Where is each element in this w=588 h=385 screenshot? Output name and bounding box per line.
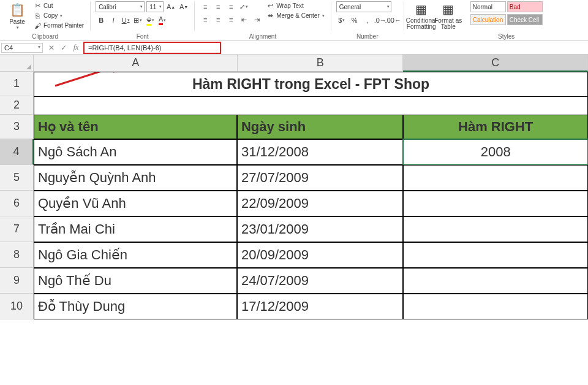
style-normal[interactable]: Normal <box>470 1 506 12</box>
increase-font-button[interactable]: A▲ <box>165 1 176 12</box>
copy-button[interactable]: ⎘Copy▾ <box>32 11 85 20</box>
align-right-button[interactable]: ≡ <box>225 14 236 25</box>
font-name-combo[interactable]: Calibri <box>96 1 145 12</box>
style-bad[interactable]: Bad <box>507 1 543 12</box>
row-header[interactable]: 6 <box>0 191 34 216</box>
cell-name[interactable]: Ngô Gia Chiến <box>34 242 237 268</box>
worksheet: A B C 1 Hàm RIGHT trong Excel - FPT Shop… <box>0 55 588 319</box>
cell-name[interactable]: Ngô Sách An <box>34 139 237 165</box>
group-label: Clipboard <box>0 33 90 40</box>
header-cell-right[interactable]: Hàm RIGHT <box>403 115 588 139</box>
row-header[interactable]: 10 <box>0 294 34 319</box>
row-header[interactable]: 2 <box>0 96 34 115</box>
cell-dob[interactable]: 22/09/2009 <box>237 191 403 216</box>
decrease-decimal-button[interactable]: .00← <box>388 15 399 26</box>
cell-dob[interactable]: 24/07/2009 <box>237 268 403 294</box>
header-cell-dob[interactable]: Ngày sinh <box>237 115 403 139</box>
align-top-button[interactable]: ≡ <box>200 1 211 12</box>
accounting-format-button[interactable]: $▾ <box>336 15 347 26</box>
cut-button[interactable]: ✂Cut <box>32 1 85 10</box>
merge-center-button[interactable]: ⬌Merge & Center▾ <box>265 11 326 20</box>
font-color-button[interactable]: A▾ <box>157 15 168 26</box>
decrease-indent-button[interactable]: ⇤ <box>238 14 249 25</box>
cell-right[interactable] <box>403 216 588 242</box>
align-center-button[interactable]: ≡ <box>213 14 224 25</box>
ribbon-group-clipboard: 📋 Paste ▾ ✂Cut ⎘Copy▾ 🖌Format Painter Cl… <box>0 0 90 40</box>
style-check-cell[interactable]: Check Cell <box>507 14 543 25</box>
row-header[interactable]: 4 <box>0 139 34 165</box>
enter-formula-button[interactable]: ✓ <box>58 42 70 53</box>
ribbon-group-styles-btns: ▦ Conditional Formatting ▦ Format as Tab… <box>404 0 466 40</box>
paste-button[interactable]: 📋 Paste ▾ <box>5 1 29 31</box>
cell-right[interactable] <box>403 242 588 268</box>
bold-button[interactable]: B <box>96 15 107 26</box>
cell-right[interactable] <box>403 191 588 216</box>
row-header[interactable]: 9 <box>0 268 34 294</box>
insert-function-button[interactable]: fx <box>70 42 82 53</box>
wrap-icon: ↩ <box>266 2 274 10</box>
format-as-table-button[interactable]: ▦ Format as Table <box>436 1 461 31</box>
merge-icon: ⬌ <box>266 12 274 20</box>
align-middle-button[interactable]: ≡ <box>213 1 224 12</box>
cell-right[interactable] <box>403 165 588 191</box>
cell-name[interactable]: Ngô Thế Du <box>34 268 237 294</box>
italic-button[interactable]: I <box>108 15 119 26</box>
cancel-formula-button[interactable]: ✕ <box>45 42 58 53</box>
fill-color-button[interactable]: ⬙▾ <box>145 15 156 26</box>
scissors-icon: ✂ <box>33 2 42 10</box>
cell[interactable] <box>34 96 588 115</box>
cell-name[interactable]: Đỗ Thùy Dung <box>34 294 237 319</box>
ribbon: 📋 Paste ▾ ✂Cut ⎘Copy▾ 🖌Format Painter Cl… <box>0 0 588 41</box>
col-header-a[interactable]: A <box>34 55 238 72</box>
formula-input[interactable]: =RIGHT(B4, LEN(B4)-6) <box>83 42 221 54</box>
table-icon: ▦ <box>442 2 454 17</box>
brush-icon: 🖌 <box>33 21 42 30</box>
formula-bar: C4 ✕ ✓ fx =RIGHT(B4, LEN(B4)-6) <box>0 41 588 55</box>
style-calculation[interactable]: Calculation <box>470 14 506 25</box>
cell-dob[interactable]: 23/01/2009 <box>237 216 403 242</box>
row-header[interactable]: 5 <box>0 165 34 191</box>
select-all-corner[interactable] <box>0 55 34 72</box>
cell-dob[interactable]: 27/07/2009 <box>237 165 403 191</box>
col-header-b[interactable]: B <box>238 55 403 72</box>
font-size-combo[interactable]: 11 <box>146 1 164 12</box>
cell-name[interactable]: Quyền Vũ Anh <box>34 191 237 216</box>
number-format-combo[interactable]: General <box>336 1 391 12</box>
ribbon-group-font: Calibri 11 A▲ A▼ B I U▾ ⊞▾ ⬙▾ A▾ Font <box>91 0 194 40</box>
row-header[interactable]: 1 <box>0 72 34 96</box>
header-cell-name[interactable]: Họ và tên <box>34 115 237 139</box>
cell-dob[interactable]: 31/12/2008 <box>237 139 403 165</box>
cell-right[interactable]: 2008 <box>403 139 588 165</box>
title-cell[interactable]: Hàm RIGHT trong Excel - FPT Shop <box>34 72 588 96</box>
orientation-button[interactable]: ⤢▾ <box>238 1 249 12</box>
ribbon-group-styles-gallery: Normal Bad Calculation Check Cell Styles <box>466 0 548 40</box>
name-box[interactable]: C4 <box>1 43 43 53</box>
align-left-button[interactable]: ≡ <box>200 14 211 25</box>
cell-right[interactable] <box>403 268 588 294</box>
increase-indent-button[interactable]: ⇥ <box>251 14 262 25</box>
chevron-down-icon: ▾ <box>17 25 19 30</box>
format-painter-button[interactable]: 🖌Format Painter <box>32 21 85 30</box>
bucket-icon: ⬙ <box>146 15 151 26</box>
decrease-font-button[interactable]: A▼ <box>178 1 189 12</box>
increase-decimal-button[interactable]: .0→ <box>375 15 386 26</box>
underline-button[interactable]: U▾ <box>120 15 131 26</box>
percent-format-button[interactable]: % <box>349 15 360 26</box>
col-header-c[interactable]: C <box>403 55 588 72</box>
row-header[interactable]: 7 <box>0 216 34 242</box>
comma-format-button[interactable]: , <box>362 15 373 26</box>
border-button[interactable]: ⊞▾ <box>132 15 143 26</box>
wrap-text-button[interactable]: ↩Wrap Text <box>265 1 326 10</box>
align-bottom-button[interactable]: ≡ <box>225 1 236 12</box>
cell-name[interactable]: Nguyễn Quỳnh Anh <box>34 165 237 191</box>
cell-name[interactable]: Trần Mai Chi <box>34 216 237 242</box>
conditional-formatting-button[interactable]: ▦ Conditional Formatting <box>409 1 434 31</box>
cell-right[interactable] <box>403 294 588 319</box>
ribbon-group-number: General $▾ % , .0→ .00← Number <box>331 0 404 40</box>
row-header[interactable]: 3 <box>0 115 34 139</box>
cell-dob[interactable]: 17/12/2009 <box>237 294 403 319</box>
cond-fmt-icon: ▦ <box>415 2 427 17</box>
row-header[interactable]: 8 <box>0 242 34 268</box>
cell-dob[interactable]: 20/09/2009 <box>237 242 403 268</box>
ribbon-group-alignment: ≡ ≡ ≡ ⤢▾ ≡ ≡ ≡ ⇤ ⇥ ↩Wrap Text ⬌Me <box>195 0 331 40</box>
